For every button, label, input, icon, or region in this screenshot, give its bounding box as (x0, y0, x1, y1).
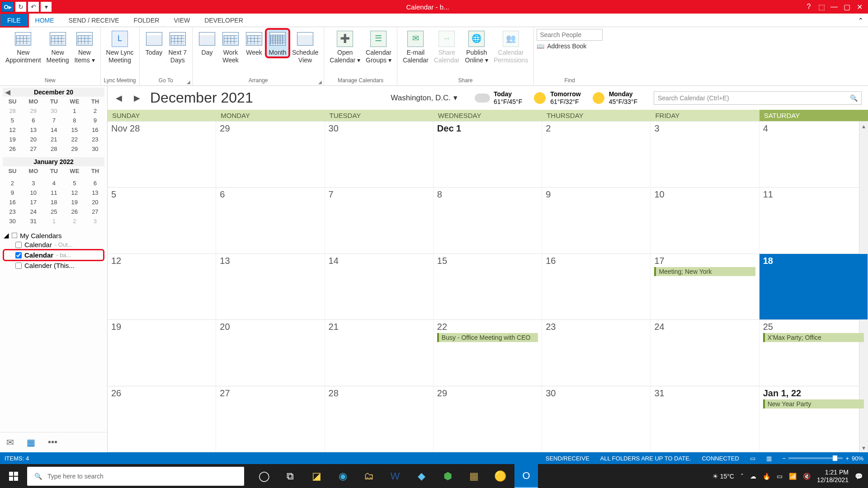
word-icon[interactable]: W (383, 464, 407, 488)
edge-icon[interactable]: ◉ (331, 464, 354, 488)
mini-cal-day[interactable]: 29 (22, 106, 45, 116)
work-week-view-button[interactable]: Work Week (219, 29, 242, 65)
onedrive-icon[interactable]: ☁ (750, 473, 756, 480)
email-calendar-button[interactable]: ✉E-mail Calendar (400, 29, 431, 65)
mini-cal-day[interactable]: 15 (63, 125, 86, 135)
taskbar-search[interactable]: 🔍Type here to search (27, 467, 244, 486)
day-cell[interactable]: 6 (216, 188, 325, 253)
day-cell[interactable]: 26 (108, 386, 216, 452)
calendar-list-item[interactable]: Calender (This... (4, 260, 104, 271)
qat-send-receive-icon[interactable]: ↻ (15, 2, 26, 12)
day-cell[interactable]: 27 (216, 386, 325, 452)
mini-cal-day[interactable]: 9 (3, 188, 22, 197)
chrome-icon[interactable]: 🟡 (488, 464, 512, 488)
day-cell[interactable]: 9 (542, 188, 651, 253)
calendar-groups-button[interactable]: ☰Calendar Groups ▾ (363, 29, 394, 65)
help-icon[interactable]: ? (804, 3, 814, 11)
start-button[interactable] (0, 464, 27, 488)
search-people-input[interactable] (537, 29, 603, 41)
mini-cal-day[interactable]: 3 (86, 216, 104, 226)
volume-icon[interactable]: 🔇 (803, 473, 811, 480)
notifications-icon[interactable]: 💬 (855, 473, 863, 480)
day-cell[interactable]: 30 (325, 122, 434, 187)
minimize-icon[interactable]: — (829, 3, 839, 11)
qat-undo-icon[interactable]: ↶ (28, 2, 39, 12)
day-cell[interactable]: Dec 1 (434, 122, 542, 187)
mini-cal-day[interactable]: 21 (45, 135, 63, 144)
more-nav-icon[interactable]: ••• (48, 437, 57, 448)
share-calendar-button[interactable]: ↔Share Calendar (431, 29, 462, 65)
mini-cal-day[interactable]: 14 (45, 125, 63, 135)
day-cell[interactable]: 21 (325, 320, 434, 385)
day-cell[interactable]: 25X'Max Party; Office (760, 320, 868, 385)
mini-cal-day[interactable]: 9 (86, 116, 104, 125)
tray-app-icon[interactable]: 🔥 (763, 473, 770, 480)
new-lync-meeting-button[interactable]: LNew Lync Meeting (104, 29, 137, 65)
mini-cal-day[interactable]: 28 (3, 106, 22, 116)
qat-customize-icon[interactable]: ▾ (41, 2, 52, 12)
view-normal-icon[interactable]: ▭ (750, 455, 755, 462)
next-7-days-button[interactable]: Next 7 Days (166, 29, 189, 65)
outlook-taskbar-icon[interactable]: O (514, 464, 538, 488)
mini-cal-day[interactable]: 20 (86, 197, 104, 207)
mini-cal-day[interactable]: 4 (45, 178, 63, 188)
next-month-icon[interactable]: ▶ (132, 93, 142, 103)
mini-cal-day[interactable]: 16 (86, 125, 104, 135)
day-cell[interactable]: 5 (108, 188, 216, 253)
mini-cal-day[interactable]: 30 (3, 216, 22, 226)
weather-day[interactable]: Today61°F/45°F (475, 90, 522, 106)
zoom-in-icon[interactable]: + (845, 455, 849, 462)
mini-cal-day[interactable]: 3 (22, 178, 45, 188)
mini-cal-day[interactable]: 18 (45, 197, 63, 207)
calendar-nav-icon[interactable]: ▦ (27, 437, 35, 448)
mini-cal-day[interactable]: 2 (63, 216, 86, 226)
ribbon-options-icon[interactable]: ⬚ (816, 3, 826, 11)
calendar-event[interactable]: New Year Party (763, 399, 864, 408)
file-explorer-icon[interactable]: 🗂 (357, 464, 381, 488)
calendar-list-item[interactable]: Calendar - ba... (4, 250, 104, 260)
mini-cal-day[interactable]: 23 (86, 135, 104, 144)
day-cell[interactable]: 19 (108, 320, 216, 385)
mini-cal-day[interactable]: 23 (3, 207, 22, 216)
calendar-checkbox[interactable] (15, 252, 22, 258)
calendar-event[interactable]: X'Max Party; Office (763, 333, 864, 342)
day-cell[interactable]: 7 (325, 188, 434, 253)
battery-icon[interactable]: ▭ (777, 473, 783, 480)
mini-cal-grid[interactable]: SUMOTUWETH282930125678912131415161920212… (3, 97, 104, 154)
mini-cal-day[interactable]: 30 (45, 106, 63, 116)
mini-cal-day[interactable]: 10 (22, 188, 45, 197)
mini-cal-day[interactable]: 26 (3, 144, 22, 154)
day-cell[interactable]: 18 (760, 254, 868, 319)
address-book-button[interactable]: 📖Address Book (537, 42, 586, 50)
day-cell[interactable]: 12 (108, 254, 216, 319)
mini-cal-day[interactable]: 5 (63, 178, 86, 188)
mini-cal-day[interactable]: 20 (22, 135, 45, 144)
goto-dialog-launcher-icon[interactable]: ◢ (187, 80, 190, 84)
day-cell[interactable]: 8 (434, 188, 542, 253)
collapse-ribbon-icon[interactable]: ⌃ (854, 14, 868, 27)
day-cell[interactable]: 14 (325, 254, 434, 319)
mini-cal-day[interactable]: 12 (63, 188, 86, 197)
day-cell[interactable]: 10 (651, 188, 759, 253)
prev-month-icon[interactable]: ◀ (114, 93, 124, 103)
mini-cal-day[interactable]: 19 (3, 135, 22, 144)
tab-view[interactable]: VIEW (166, 14, 197, 27)
day-cell[interactable]: 17Meeting; New York (651, 254, 759, 319)
new-appointment-button[interactable]: New Appointment (3, 29, 44, 65)
day-cell[interactable]: 11 (760, 188, 868, 253)
day-cell[interactable]: 23 (542, 320, 651, 385)
mini-cal-day[interactable]: 17 (22, 197, 45, 207)
mini-cal-day[interactable]: 13 (22, 125, 45, 135)
weather-tray[interactable]: ☀ 15°C (712, 473, 734, 480)
mini-cal-grid-2[interactable]: SUMOTUWETH234569101112131617181920232425… (3, 166, 104, 226)
calendar-permissions-button[interactable]: 👥Calendar Permissions (491, 29, 531, 65)
calendar-checkbox[interactable] (15, 263, 22, 269)
day-cell[interactable]: Nov 28 (108, 122, 216, 187)
mini-cal-day[interactable]: 1 (63, 106, 86, 116)
mini-cal-day[interactable]: 16 (3, 197, 22, 207)
calendar-list-item[interactable]: Calendar - Out... (4, 239, 104, 250)
tab-home[interactable]: HOME (28, 14, 61, 27)
day-cell[interactable]: 29 (434, 386, 542, 452)
mini-cal-day[interactable]: 28 (45, 144, 63, 154)
mini-cal-day[interactable]: 30 (86, 144, 104, 154)
